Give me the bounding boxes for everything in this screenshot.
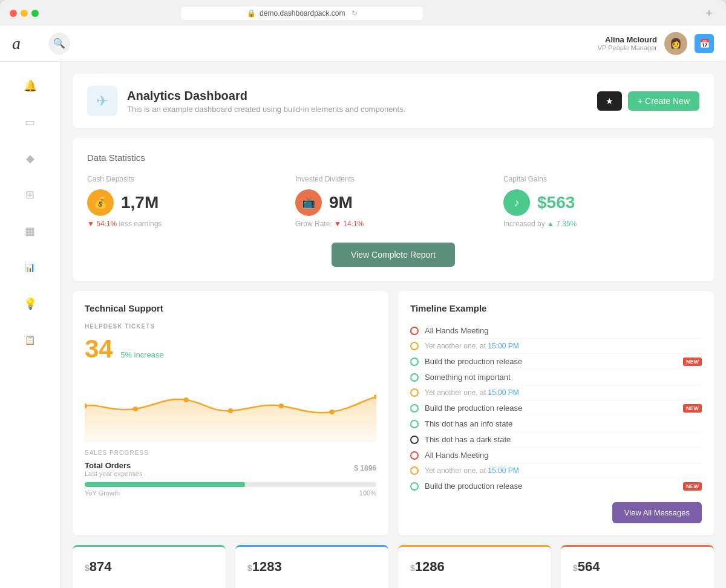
ticket-row: 34 5% increase — [85, 335, 376, 364]
yoy-label: YoY Growth — [85, 489, 120, 497]
currency-4: $ — [573, 563, 578, 573]
stat-item-invest: Invested Dividents 📺 9M Grow Rate: ▼ 14.… — [295, 175, 491, 228]
timeline-dot — [410, 358, 419, 366]
stat-sub-capital: Increased by ▲ 7.35% — [503, 220, 699, 228]
search-icon: 🔍 — [53, 38, 65, 49]
bell-icon: 🔔 — [24, 79, 37, 93]
window-controls — [10, 10, 39, 17]
new-tab-button[interactable]: + — [702, 6, 716, 21]
mini-card-2: $1283 — [235, 545, 388, 588]
timeline-text: Yet another one, at 15:00 PM — [425, 388, 519, 397]
stat-item-cash: Cash Deposits 💰 1,7M ▼ 54.1% less earnin… — [87, 175, 283, 228]
timeline-text: Build the production release — [425, 482, 522, 491]
create-new-button[interactable]: + Create New — [628, 91, 699, 111]
timeline-text: This dot has a dark state — [425, 435, 511, 444]
timeline-text: Build the production release — [425, 357, 522, 366]
ticket-pct: 5% — [120, 350, 132, 359]
avatar-image: 👩 — [670, 38, 682, 49]
list-item: This dot has an info state — [410, 416, 702, 432]
svg-point-5 — [329, 410, 334, 414]
view-all-messages-button[interactable]: View All Messages — [612, 502, 702, 523]
support-title: Technical Support — [85, 303, 376, 313]
timeline-card: Timeline Example All Hands Meeting Yet a… — [398, 291, 714, 535]
timeline-dot — [410, 466, 419, 475]
list-item: Build the production release NEW — [410, 479, 702, 494]
currency-2: $ — [247, 563, 252, 573]
currency-3: $ — [410, 563, 415, 573]
layout-icon: ▭ — [25, 116, 35, 129]
mini-value-2: $1283 — [247, 559, 376, 575]
list-item: Build the production release NEW — [410, 400, 702, 416]
timeline-dot — [410, 482, 419, 491]
view-report-button[interactable]: View Complete Report — [332, 243, 455, 267]
timeline-badge: NEW — [683, 404, 702, 413]
main-content: ✈ Analytics Dashboard This is an example… — [60, 62, 726, 588]
address-bar[interactable]: 🔒 demo.dashboardpack.com ↻ — [181, 7, 423, 20]
sidebar-item-chart[interactable]: 📊 — [18, 255, 42, 279]
timeline-title: Timeline Example — [410, 303, 702, 313]
timeline-dot — [410, 373, 419, 382]
timeline-text: All Hands Meeting — [425, 326, 489, 335]
close-dot[interactable] — [10, 10, 17, 17]
top-nav: a 🔍 Alina Mclourd VP People Manager 👩 📅 — [0, 25, 726, 62]
stat-down-invest: ▼ 14.1% — [334, 220, 364, 228]
sidebar: 🔔 ▭ ◆ ⊞ ▦ 📊 💡 📋 — [0, 62, 60, 588]
svg-point-1 — [133, 407, 138, 411]
dashboard-icon: ✈ — [87, 86, 117, 116]
svg-point-3 — [228, 408, 233, 413]
ticket-growth: 5% increase — [120, 350, 164, 359]
helpdesk-label: HELPDESK TICKETS — [85, 323, 376, 330]
timeline-badge: NEW — [683, 358, 702, 366]
timeline-badge: NEW — [683, 482, 702, 491]
mini-cards-row: $874 $1283 $1286 $564 — [73, 545, 714, 588]
note-icon: 📋 — [25, 335, 35, 345]
stats-title: Data Statistics — [87, 152, 699, 163]
timeline-text: Build the production release — [425, 403, 522, 413]
mini-card-3: $1286 — [398, 545, 551, 588]
logo: a — [12, 34, 42, 53]
timeline-text: Something not important — [425, 373, 511, 382]
nav-right: Alina Mclourd VP People Manager 👩 📅 — [598, 32, 714, 55]
sidebar-item-note[interactable]: 📋 — [18, 328, 42, 352]
timeline-dot — [410, 342, 419, 350]
plane-icon: ✈ — [96, 93, 108, 109]
layers-icon: ⊞ — [25, 188, 34, 201]
mini-card-1: $874 — [73, 545, 226, 588]
yoy-row: YoY Growth 100% — [85, 489, 376, 497]
timeline-text: Yet another one, at 15:00 PM — [425, 466, 519, 475]
total-orders-row: Total Orders Last year expenses $ 1896 — [85, 461, 376, 477]
dashboard-info: Analytics Dashboard This is an example d… — [127, 89, 405, 114]
search-button[interactable]: 🔍 — [48, 33, 70, 54]
list-item: Yet another one, at 15:00 PM — [410, 385, 702, 400]
star-button[interactable]: ★ — [597, 91, 622, 111]
list-item: Yet another one, at 15:00 PM — [410, 339, 702, 354]
maximize-dot[interactable] — [31, 10, 39, 17]
refresh-icon[interactable]: ↻ — [352, 9, 358, 18]
sales-progress-label: SALES PROGRESS — [85, 449, 376, 456]
progress-bar-bg — [85, 482, 376, 487]
sidebar-item-bell[interactable]: 🔔 — [18, 74, 42, 98]
svg-point-4 — [279, 403, 284, 408]
minimize-dot[interactable] — [21, 10, 28, 17]
sidebar-item-lightbulb[interactable]: 💡 — [18, 292, 42, 316]
url-text: demo.dashboardpack.com — [260, 9, 345, 18]
sidebar-item-layout[interactable]: ▭ — [18, 110, 42, 134]
calendar-icon: 📅 — [699, 39, 710, 48]
stat-label-cash: Cash Deposits — [87, 175, 283, 183]
calendar-button[interactable]: 📅 — [695, 34, 714, 53]
stat-label-capital: Capital Gains — [503, 175, 699, 183]
list-item: This dot has a dark state — [410, 432, 702, 448]
stat-label-invest: Invested Dividents — [295, 175, 491, 183]
currency-symbol: $ — [354, 464, 360, 472]
stat-value-cash: 1,7M — [121, 193, 159, 212]
sidebar-item-layers[interactable]: ⊞ — [18, 183, 42, 207]
lightbulb-icon: 💡 — [24, 297, 37, 310]
svg-point-2 — [183, 397, 188, 402]
timeline-list: All Hands Meeting Yet another one, at 15… — [410, 323, 702, 494]
sidebar-item-table[interactable]: ▦ — [18, 219, 42, 243]
avatar[interactable]: 👩 — [664, 32, 687, 55]
total-orders-sub: Last year expenses — [85, 470, 142, 477]
dashboard-header: ✈ Analytics Dashboard This is an example… — [73, 74, 714, 128]
sidebar-item-diamond[interactable]: ◆ — [18, 146, 42, 171]
total-orders-title: Total Orders — [85, 461, 142, 470]
